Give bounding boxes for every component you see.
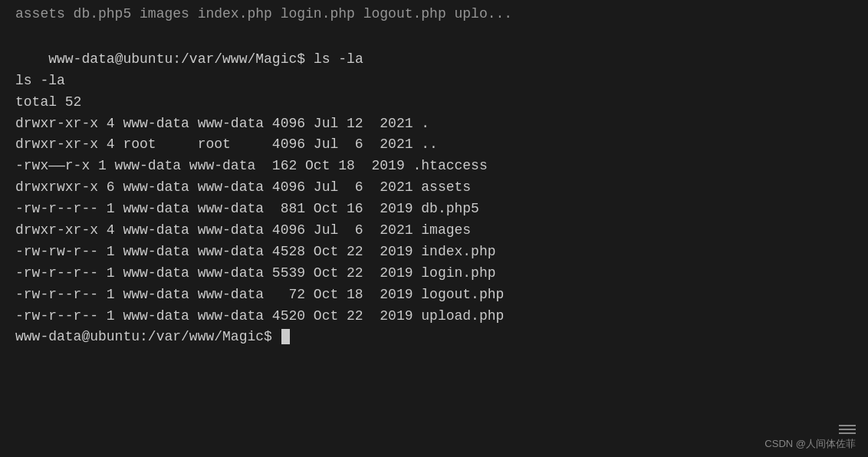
terminal-cursor xyxy=(281,329,290,344)
watermark-text: CSDN @人间体佐菲 xyxy=(764,437,856,451)
terminal-line-prompt: www-data@ubuntu:/var/www/Magic$ ls -la l… xyxy=(15,51,504,345)
hamburger-line-3 xyxy=(839,432,856,434)
bottom-bar: CSDN @人间体佐菲 xyxy=(764,425,856,451)
hamburger-line-2 xyxy=(839,429,856,430)
terminal-window: assets db.php5 images index.php login.ph… xyxy=(0,0,868,457)
menu-icon[interactable] xyxy=(839,425,856,434)
terminal-fade-line: assets db.php5 images index.php login.ph… xyxy=(0,0,868,25)
hamburger-line-1 xyxy=(839,425,856,426)
terminal-body[interactable]: www-data@ubuntu:/var/www/Magic$ ls -la l… xyxy=(0,25,868,457)
